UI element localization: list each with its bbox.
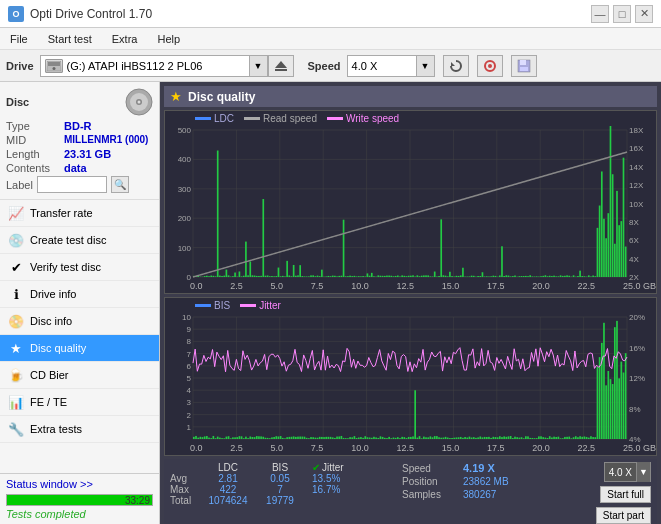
cd-bier-label: CD Bier xyxy=(30,369,69,381)
jitter-max: 16.7% xyxy=(306,484,386,495)
type-value: BD-R xyxy=(64,120,92,132)
bis-legend-color xyxy=(195,304,211,307)
start-part-button[interactable]: Start part xyxy=(596,507,651,524)
mid-label: MID xyxy=(6,134,64,146)
disc-quality-icon: ★ xyxy=(8,340,24,356)
position-label: Position xyxy=(402,476,457,487)
cd-bier-icon: 🍺 xyxy=(8,367,24,383)
bottom-chart-wrapper: BIS Jitter 0.02.55.07.510.012.515.017.52… xyxy=(164,297,657,456)
status-window-button[interactable]: Status window >> xyxy=(6,478,93,490)
disc-contents-row: Contents data xyxy=(6,162,153,174)
nav-items: 📈 Transfer rate 💿 Create test disc ✔ Ver… xyxy=(0,200,159,473)
maximize-button[interactable]: □ xyxy=(613,5,631,23)
jitter-legend-label: Jitter xyxy=(259,300,281,311)
menu-file[interactable]: File xyxy=(6,31,32,47)
control-buttons: 4.0 X ▼ Start full Start part xyxy=(596,462,651,524)
ldc-avg: 2.81 xyxy=(202,473,254,484)
menu-help[interactable]: Help xyxy=(153,31,184,47)
drive-info-label: Drive info xyxy=(30,288,76,300)
avg-row-label: Avg xyxy=(170,473,202,484)
verify-test-disc-icon: ✔ xyxy=(8,259,24,275)
disc-mid-row: MID MILLENMR1 (000) xyxy=(6,134,153,146)
label-label: Label xyxy=(6,179,33,191)
fe-te-icon: 📊 xyxy=(8,394,24,410)
drive-dropdown-button[interactable]: ▼ xyxy=(250,55,268,77)
max-row-label: Max xyxy=(170,484,202,495)
panel-header: ★ Disc quality xyxy=(164,86,657,107)
writespeed-legend-item: Write speed xyxy=(327,113,399,124)
sidebar-item-fe-te[interactable]: 📊 FE / TE xyxy=(0,389,159,416)
ldc-total: 1074624 xyxy=(202,495,254,506)
svg-rect-4 xyxy=(275,69,287,71)
menu-extra[interactable]: Extra xyxy=(108,31,142,47)
contents-label: Contents xyxy=(6,162,64,174)
position-row: Position 23862 MB xyxy=(402,476,509,487)
drive-info-icon: ℹ xyxy=(8,286,24,302)
drive-label: Drive xyxy=(6,60,34,72)
top-chart-x-labels: 0.02.55.07.510.012.515.017.520.022.525.0… xyxy=(165,281,656,293)
type-label: Type xyxy=(6,120,64,132)
sidebar-item-create-test-disc[interactable]: 💿 Create test disc xyxy=(0,227,159,254)
svg-marker-3 xyxy=(275,61,287,68)
ldc-legend-color xyxy=(195,117,211,120)
length-value: 23.31 GB xyxy=(64,148,111,160)
settings-button[interactable] xyxy=(477,55,503,77)
panel-header-icon: ★ xyxy=(170,89,182,104)
sidebar-item-cd-bier[interactable]: 🍺 CD Bier xyxy=(0,362,159,389)
disc-quality-panel: ★ Disc quality LDC Read speed xyxy=(164,86,657,520)
drive-selector-group: (G:) ATAPI iHBS112 2 PL06 ▼ xyxy=(40,55,294,77)
sidebar-item-verify-test-disc[interactable]: ✔ Verify test disc xyxy=(0,254,159,281)
speed-group: 4.0 X ▼ xyxy=(347,55,435,77)
top-chart-wrapper: LDC Read speed Write speed 0.02. xyxy=(164,110,657,294)
readspeed-legend-label: Read speed xyxy=(263,113,317,124)
top-chart-legend: LDC Read speed Write speed xyxy=(165,111,656,126)
disc-title: Disc xyxy=(6,96,29,108)
sidebar-item-drive-info[interactable]: ℹ Drive info xyxy=(0,281,159,308)
panel-header-title: Disc quality xyxy=(188,90,255,104)
extra-tests-label: Extra tests xyxy=(30,423,82,435)
jitter-legend-color xyxy=(240,304,256,307)
bis-max: 7 xyxy=(254,484,306,495)
start-full-button[interactable]: Start full xyxy=(600,486,651,503)
sidebar-item-disc-quality[interactable]: ★ Disc quality xyxy=(0,335,159,362)
bottom-chart-canvas xyxy=(165,313,655,443)
speed-select-dropdown[interactable]: ▼ xyxy=(636,462,650,482)
chart-area: LDC Read speed Write speed 0.02. xyxy=(164,110,657,524)
jitter-avg: 13.5% xyxy=(306,473,386,484)
close-button[interactable]: ✕ xyxy=(635,5,653,23)
disc-quality-label: Disc quality xyxy=(30,342,86,354)
label-input[interactable] xyxy=(37,176,107,193)
sidebar: Disc Type BD-R MID MILLENMR1 (000) Lengt… xyxy=(0,82,160,524)
sidebar-item-transfer-rate[interactable]: 📈 Transfer rate xyxy=(0,200,159,227)
samples-label: Samples xyxy=(402,489,457,500)
bis-header: BIS xyxy=(254,462,306,473)
stats-bar: LDC BIS ✔ Jitter Avg 2.81 xyxy=(164,459,657,524)
fe-te-label: FE / TE xyxy=(30,396,67,408)
minimize-button[interactable]: — xyxy=(591,5,609,23)
speed-stat-value: 4.19 X xyxy=(463,462,495,474)
eject-button[interactable] xyxy=(268,55,294,77)
speed-stat-label: Speed xyxy=(402,463,457,474)
disc-icon xyxy=(125,88,153,116)
status-bar: Status window >> 33:29 Tests completed xyxy=(0,473,159,524)
refresh-button[interactable] xyxy=(443,55,469,77)
bis-total: 19779 xyxy=(254,495,306,506)
drivebar: Drive (G:) ATAPI iHBS112 2 PL06 ▼ Speed … xyxy=(0,50,661,82)
length-label: Length xyxy=(6,148,64,160)
label-search-button[interactable]: 🔍 xyxy=(111,176,129,193)
ldc-legend-label: LDC xyxy=(214,113,234,124)
top-chart-canvas xyxy=(165,126,655,281)
sidebar-item-disc-info[interactable]: 📀 Disc info xyxy=(0,308,159,335)
ldc-max: 422 xyxy=(202,484,254,495)
verify-test-disc-label: Verify test disc xyxy=(30,261,101,273)
speed-value: 4.0 X xyxy=(352,60,378,72)
sidebar-item-extra-tests[interactable]: 🔧 Extra tests xyxy=(0,416,159,443)
speed-select[interactable]: 4.0 X xyxy=(347,55,417,77)
position-stats: Speed 4.19 X Position 23862 MB Samples 3… xyxy=(402,462,509,500)
menu-starttest[interactable]: Start test xyxy=(44,31,96,47)
svg-marker-5 xyxy=(451,62,455,66)
speed-dropdown-button[interactable]: ▼ xyxy=(417,55,435,77)
save-button[interactable] xyxy=(511,55,537,77)
svg-rect-9 xyxy=(520,60,526,65)
drive-select[interactable]: (G:) ATAPI iHBS112 2 PL06 xyxy=(40,55,250,77)
